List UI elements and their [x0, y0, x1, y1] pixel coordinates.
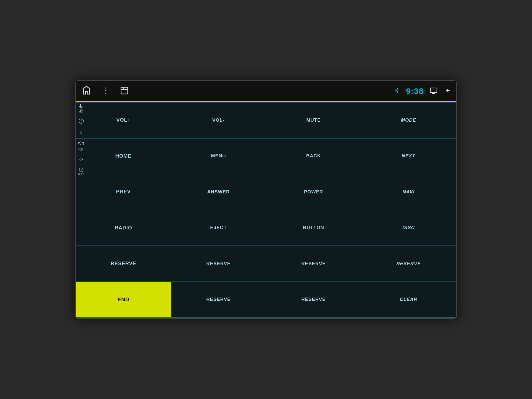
grid-cell-r5-c1[interactable]: RESERVE: [76, 246, 171, 282]
svg-point-9: [105, 88, 106, 89]
svg-point-10: [105, 90, 106, 91]
grid-cell-r4-c4[interactable]: DISC: [361, 210, 456, 246]
cell-label-r6-c2: RESERVE: [206, 297, 231, 302]
device-frame: MIC ◁+ ◁- RST: [75, 80, 457, 319]
nav-right: 9:38: [394, 86, 451, 96]
nav-left: [81, 85, 394, 97]
cell-label-r5-c2: RESERVE: [206, 261, 231, 267]
grid-cell-r5-c4[interactable]: RESERVE: [361, 246, 456, 282]
back-side-button[interactable]: [73, 129, 89, 135]
vol-up-side-button[interactable]: ◁+: [73, 140, 89, 152]
screen-nav-button[interactable]: [429, 87, 438, 96]
grid-cell-r6-c4[interactable]: CLEAR: [361, 282, 456, 318]
menu-nav-button[interactable]: [101, 86, 110, 96]
mic-label: MIC: [73, 103, 89, 113]
svg-rect-15: [430, 88, 437, 93]
recent-nav-button[interactable]: [120, 86, 129, 96]
grid-cell-r2-c4[interactable]: NEXT: [361, 138, 456, 174]
cell-label-r4-c1: RADIO: [115, 225, 132, 231]
svg-rect-12: [121, 87, 128, 94]
cell-label-r2-c1: HOME: [116, 153, 132, 159]
grid-cell-r6-c1[interactable]: END: [76, 282, 171, 318]
grid-cell-r2-c1[interactable]: HOME: [76, 138, 171, 174]
cell-label-r6-c4: CLEAR: [400, 297, 418, 302]
grid-cell-r3-c2[interactable]: ANSWER: [171, 174, 266, 210]
rst-side-button[interactable]: RST: [73, 167, 89, 176]
side-buttons: MIC ◁+ ◁- RST: [73, 103, 89, 176]
cell-label-r3-c2: ANSWER: [207, 189, 230, 195]
grid-cell-r1-c2[interactable]: VOL-: [171, 102, 266, 138]
cell-label-r5-c1: RESERVE: [111, 261, 136, 267]
cell-label-r2-c2: MENU: [211, 153, 226, 159]
back-nav-button[interactable]: [444, 87, 451, 95]
cell-label-r4-c2: EJECT: [210, 225, 227, 231]
nav-bar: 9:38: [76, 81, 456, 102]
grid-cell-r6-c2[interactable]: RESERVE: [171, 282, 266, 318]
home-nav-button[interactable]: [81, 85, 92, 97]
grid-cell-r3-c4[interactable]: NAVI: [361, 174, 456, 210]
grid-cell-r6-c3[interactable]: RESERVE: [266, 282, 361, 318]
svg-point-11: [105, 93, 106, 94]
grid-cell-r3-c1[interactable]: PREV: [76, 174, 171, 210]
bluetooth-nav-icon: [394, 87, 400, 95]
cell-label-r6-c1: END: [117, 296, 129, 303]
svg-rect-0: [80, 104, 82, 107]
svg-marker-5: [78, 142, 81, 145]
cell-label-r5-c4: RESERVE: [396, 261, 421, 267]
cell-label-r1-c4: MODE: [401, 117, 416, 123]
grid-cell-r2-c2[interactable]: MENU: [171, 138, 266, 174]
cell-label-r3-c4: NAVI: [403, 189, 415, 195]
grid-cell-r4-c3[interactable]: BUTTON: [266, 210, 361, 246]
cell-label-r2-c3: BACK: [306, 153, 321, 159]
grid-cell-r5-c3[interactable]: RESERVE: [266, 246, 361, 282]
cell-label-r4-c3: BUTTON: [303, 225, 324, 231]
button-grid: VOL+VOL-MUTEMODEHOMEMENUBACKNEXTPREVANSW…: [76, 102, 456, 318]
cell-label-r1-c1: VOL+: [116, 117, 131, 123]
cell-label-r1-c2: VOL-: [212, 117, 225, 123]
grid-cell-r3-c3[interactable]: POWER: [266, 174, 361, 210]
grid-cell-r2-c3[interactable]: BACK: [266, 138, 361, 174]
grid-cell-r1-c4[interactable]: MODE: [361, 102, 456, 138]
svg-rect-16: [432, 93, 435, 94]
grid-cell-r4-c2[interactable]: EJECT: [171, 210, 266, 246]
cell-label-r6-c3: RESERVE: [301, 297, 326, 302]
vol-down-side-button[interactable]: ◁-: [73, 157, 89, 162]
cell-label-r3-c1: PREV: [116, 189, 131, 195]
cell-label-r3-c3: POWER: [304, 189, 323, 195]
power-side-button[interactable]: [73, 118, 89, 124]
grid-cell-r1-c3[interactable]: MUTE: [266, 102, 361, 138]
grid-cell-r1-c1[interactable]: VOL+: [76, 102, 171, 138]
grid-cell-r4-c1[interactable]: RADIO: [76, 210, 171, 246]
time-display: 9:38: [406, 86, 424, 96]
cell-label-r1-c3: MUTE: [306, 117, 321, 123]
cell-label-r5-c3: RESERVE: [301, 261, 326, 267]
cell-label-r4-c4: DISC: [402, 225, 415, 231]
grid-cell-r5-c2[interactable]: RESERVE: [171, 246, 266, 282]
cell-label-r2-c4: NEXT: [402, 153, 415, 159]
